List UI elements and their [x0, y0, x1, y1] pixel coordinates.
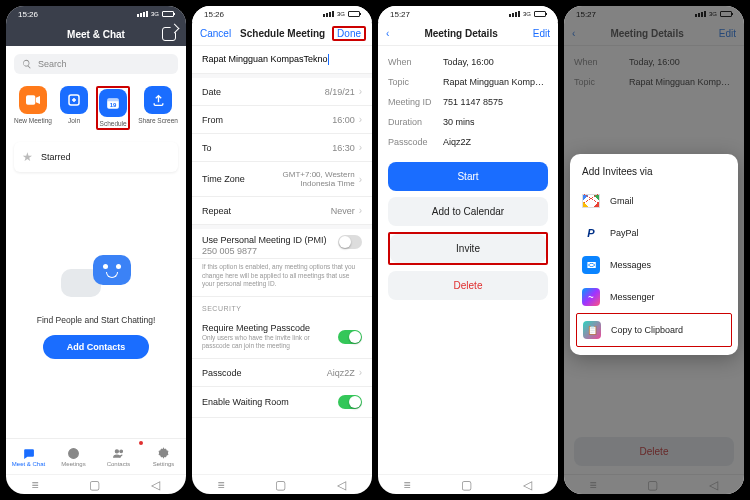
nav-back-icon[interactable]: ◁ — [523, 478, 532, 492]
android-nav: ≡ ▢ ◁ — [192, 474, 372, 494]
new-meeting-button[interactable]: New Meeting — [14, 86, 52, 130]
chevron-right-icon: › — [359, 114, 362, 125]
nav-recent-icon[interactable]: ≡ — [403, 478, 410, 492]
header-title: Schedule Meeting — [240, 28, 325, 39]
pmi-toggle[interactable] — [338, 235, 362, 249]
starred-row[interactable]: ★ Starred — [14, 142, 178, 172]
messages-icon: ✉ — [582, 256, 600, 274]
tab-bar: Meet & Chat Meetings Contacts Settings — [6, 438, 186, 474]
topic-row: TopicRapat Mingguan KompasTek... — [388, 72, 548, 92]
paypal-icon: P — [582, 224, 600, 242]
waiting-room-row[interactable]: Enable Waiting Room — [192, 387, 372, 418]
back-button[interactable]: ‹ — [386, 28, 389, 39]
screen-meet-chat: 15:26 3G Meet & Chat Search New Meeting … — [6, 6, 186, 494]
tab-meetings[interactable]: Meetings — [51, 439, 96, 474]
quick-actions: New Meeting Join 19 Schedule Share Scree… — [6, 82, 186, 138]
cancel-button[interactable]: Cancel — [200, 28, 231, 39]
search-input[interactable]: Search — [14, 54, 178, 74]
svg-point-6 — [120, 449, 123, 452]
add-calendar-button[interactable]: Add to Calendar — [388, 197, 548, 226]
add-contacts-button[interactable]: Add Contacts — [43, 335, 150, 359]
status-icons: 3G — [323, 11, 360, 17]
opt-messages[interactable]: ✉Messages — [570, 249, 738, 281]
star-icon: ★ — [22, 150, 33, 164]
repeat-row[interactable]: RepeatNever› — [192, 197, 372, 225]
android-nav: ≡ ▢ ◁ — [6, 474, 186, 494]
date-row[interactable]: Date8/19/21› — [192, 78, 372, 106]
compose-icon[interactable] — [162, 27, 176, 41]
nav-home-icon[interactable]: ▢ — [89, 478, 100, 492]
timezone-row[interactable]: Time ZoneGMT+7:00, Western Indonesia Tim… — [192, 162, 372, 197]
video-icon — [26, 95, 40, 105]
clipboard-icon: 📋 — [583, 321, 601, 339]
status-bar: 15:26 3G — [6, 6, 186, 22]
empty-text: Find People and Start Chatting! — [37, 315, 156, 325]
screen-share-sheet: 15:27 3G ‹ Meeting Details Edit WhenToda… — [564, 6, 744, 494]
passcode-row: PasscodeAiqz2Z — [388, 132, 548, 152]
chat-icon — [22, 447, 35, 460]
chevron-right-icon: › — [359, 174, 362, 185]
duration-row: Duration30 mins — [388, 112, 548, 132]
clipboard-highlight: 📋Copy to Clipboard — [576, 313, 732, 347]
delete-button[interactable]: Delete — [388, 271, 548, 300]
schedule-highlight: 19 Schedule — [96, 86, 130, 130]
opt-gmail[interactable]: Gmail — [570, 185, 738, 217]
done-button[interactable]: Done — [337, 28, 361, 39]
nav-back-icon[interactable]: ◁ — [337, 478, 346, 492]
passcode-toggle[interactable] — [338, 330, 362, 344]
share-icon — [152, 94, 165, 107]
screen-details: 15:27 3G ‹ Meeting Details Edit WhenToda… — [378, 6, 558, 494]
badge-icon — [139, 441, 143, 445]
contacts-icon — [112, 447, 125, 460]
tab-settings[interactable]: Settings — [141, 439, 186, 474]
join-button[interactable]: Join — [60, 86, 88, 130]
passcode-row[interactable]: PasscodeAiqz2Z› — [192, 359, 372, 387]
to-row[interactable]: To16:30› — [192, 134, 372, 162]
sheet-title: Add Invitees via — [570, 162, 738, 185]
invite-button[interactable]: Invite — [390, 234, 546, 263]
android-nav: ≡ ▢ ◁ — [378, 474, 558, 494]
nav-home-icon[interactable]: ▢ — [461, 478, 472, 492]
header: Meet & Chat — [6, 22, 186, 46]
opt-paypal[interactable]: PPayPal — [570, 217, 738, 249]
nav-recent-icon[interactable]: ≡ — [217, 478, 224, 492]
schedule-button[interactable]: 19 Schedule — [99, 89, 127, 127]
pmi-row[interactable]: Use Personal Meeting ID (PMI)250 005 987… — [192, 229, 372, 259]
status-bar: 15:27 3G — [378, 6, 558, 22]
nav-home-icon[interactable]: ▢ — [275, 478, 286, 492]
opt-messenger[interactable]: ~Messenger — [570, 281, 738, 313]
status-time: 15:27 — [390, 10, 410, 19]
opt-clipboard[interactable]: 📋Copy to Clipboard — [577, 314, 731, 346]
nav-recent-icon[interactable]: ≡ — [31, 478, 38, 492]
chevron-right-icon: › — [359, 367, 362, 378]
share-sheet: Add Invitees via Gmail PPayPal ✉Messages… — [570, 154, 738, 355]
screen-schedule: 15:26 3G Cancel Schedule Meeting Done Ra… — [192, 6, 372, 494]
tab-contacts[interactable]: Contacts — [96, 439, 141, 474]
chat-illustration — [61, 255, 131, 305]
edit-button[interactable]: Edit — [533, 28, 550, 39]
from-row[interactable]: From16:00› — [192, 106, 372, 134]
tab-chat[interactable]: Meet & Chat — [6, 439, 51, 474]
detail-list: WhenToday, 16:00 TopicRapat Mingguan Kom… — [378, 46, 558, 162]
header: ‹ Meeting Details Edit — [378, 22, 558, 46]
nav-back-icon[interactable]: ◁ — [151, 478, 160, 492]
status-bar: 15:26 3G — [192, 6, 372, 22]
header: Cancel Schedule Meeting Done — [192, 22, 372, 46]
start-button[interactable]: Start — [388, 162, 548, 191]
topic-input[interactable]: Rapat Mingguan KompasTekno — [192, 46, 372, 74]
header-title: Meet & Chat — [67, 29, 125, 40]
form-scroll[interactable]: Rapat Mingguan KompasTekno Date8/19/21› … — [192, 46, 372, 474]
status-time: 15:26 — [18, 10, 38, 19]
require-passcode-row[interactable]: Require Meeting PasscodeOnly users who h… — [192, 315, 372, 359]
share-screen-button[interactable]: Share Screen — [138, 86, 178, 130]
status-icons: 3G — [137, 11, 174, 17]
waiting-toggle[interactable] — [338, 395, 362, 409]
empty-state: Find People and Start Chatting! Add Cont… — [6, 176, 186, 438]
section-security: SECURITY — [192, 297, 372, 315]
gear-icon — [157, 447, 170, 460]
invite-highlight: Invite — [388, 232, 548, 265]
pmi-note: If this option is enabled, any meeting o… — [192, 259, 372, 297]
svg-rect-3 — [107, 98, 119, 101]
when-row: WhenToday, 16:00 — [388, 52, 548, 72]
search-placeholder: Search — [38, 59, 67, 69]
